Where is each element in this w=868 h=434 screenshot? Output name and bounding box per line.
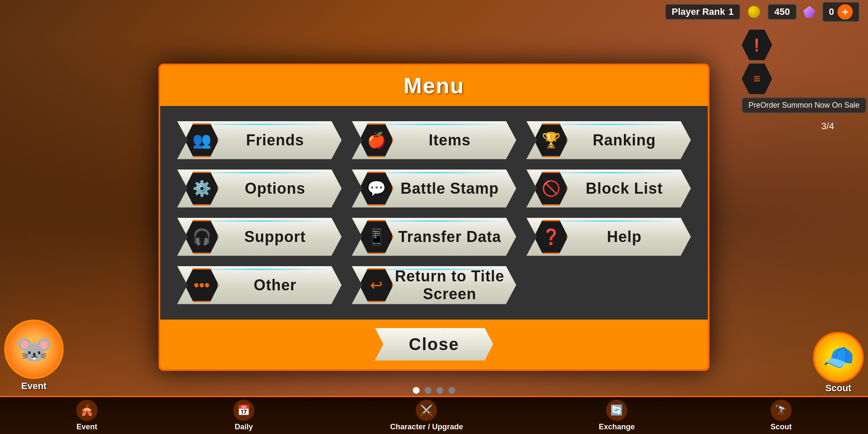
options-icon: ⚙️ bbox=[192, 180, 211, 198]
battle-stamp-icon: 💬 bbox=[367, 180, 386, 198]
options-button[interactable]: ⚙️ Options bbox=[177, 170, 342, 208]
friends-button[interactable]: 👥 Friends bbox=[177, 121, 342, 159]
support-button[interactable]: 🎧 Support bbox=[177, 218, 342, 256]
other-icon-wrap: ••• bbox=[185, 268, 219, 302]
modal-header: Menu bbox=[160, 65, 708, 106]
modal-footer: Close bbox=[160, 320, 708, 369]
ranking-icon-wrap: 🏆 bbox=[534, 123, 568, 157]
modal-body: 👥 Friends 🍎 Items 🏆 Ranking bbox=[160, 106, 708, 320]
other-icon: ••• bbox=[194, 276, 210, 294]
help-icon-wrap: ❓ bbox=[534, 220, 568, 254]
help-button[interactable]: ❓ Help bbox=[526, 218, 691, 256]
modal-overlay: Menu 👥 Friends 🍎 Items bbox=[0, 0, 868, 434]
items-icon-wrap: 🍎 bbox=[359, 123, 393, 157]
transfer-data-button[interactable]: 📱 Transfer Data bbox=[352, 218, 516, 256]
friends-icon-wrap: 👥 bbox=[185, 123, 219, 157]
block-list-label: Block List bbox=[568, 180, 681, 198]
modal-title: Menu bbox=[403, 73, 465, 98]
menu-grid-top: 👥 Friends 🍎 Items 🏆 Ranking bbox=[177, 121, 691, 256]
items-label: Items bbox=[393, 131, 506, 149]
other-label: Other bbox=[219, 276, 331, 294]
transfer-data-label: Transfer Data bbox=[393, 228, 506, 246]
support-icon: 🎧 bbox=[192, 228, 211, 246]
block-list-icon-wrap: 🚫 bbox=[534, 172, 568, 206]
help-icon: ❓ bbox=[542, 228, 561, 246]
support-icon-wrap: 🎧 bbox=[185, 220, 219, 254]
block-list-button[interactable]: 🚫 Block List bbox=[526, 170, 691, 208]
battle-stamp-label: Battle Stamp bbox=[393, 180, 506, 198]
return-title-icon: ↩ bbox=[370, 276, 383, 294]
return-title-icon-wrap: ↩ bbox=[359, 268, 393, 302]
options-icon-wrap: ⚙️ bbox=[185, 172, 219, 206]
menu-modal: Menu 👥 Friends 🍎 Items bbox=[159, 64, 709, 371]
block-list-icon: 🚫 bbox=[542, 180, 561, 198]
other-button[interactable]: ••• Other bbox=[177, 266, 342, 304]
options-label: Options bbox=[219, 180, 331, 198]
help-label: Help bbox=[568, 228, 681, 246]
return-title-button[interactable]: ↩ Return to Title Screen bbox=[352, 266, 516, 304]
battle-stamp-icon-wrap: 💬 bbox=[359, 172, 393, 206]
return-title-label: Return to Title Screen bbox=[393, 267, 506, 303]
battle-stamp-button[interactable]: 💬 Battle Stamp bbox=[352, 170, 516, 208]
friends-icon: 👥 bbox=[192, 131, 211, 149]
support-label: Support bbox=[219, 228, 331, 246]
items-icon: 🍎 bbox=[367, 131, 386, 149]
ranking-icon: 🏆 bbox=[542, 131, 561, 149]
close-button[interactable]: Close bbox=[375, 328, 493, 361]
friends-label: Friends bbox=[219, 131, 331, 149]
items-button[interactable]: 🍎 Items bbox=[352, 121, 516, 159]
menu-row-partial: ••• Other ↩ Return to Title Screen bbox=[177, 266, 691, 304]
transfer-data-icon-wrap: 📱 bbox=[359, 220, 393, 254]
ranking-label: Ranking bbox=[568, 131, 681, 149]
ranking-button[interactable]: 🏆 Ranking bbox=[526, 121, 691, 159]
transfer-data-icon: 📱 bbox=[367, 228, 386, 246]
